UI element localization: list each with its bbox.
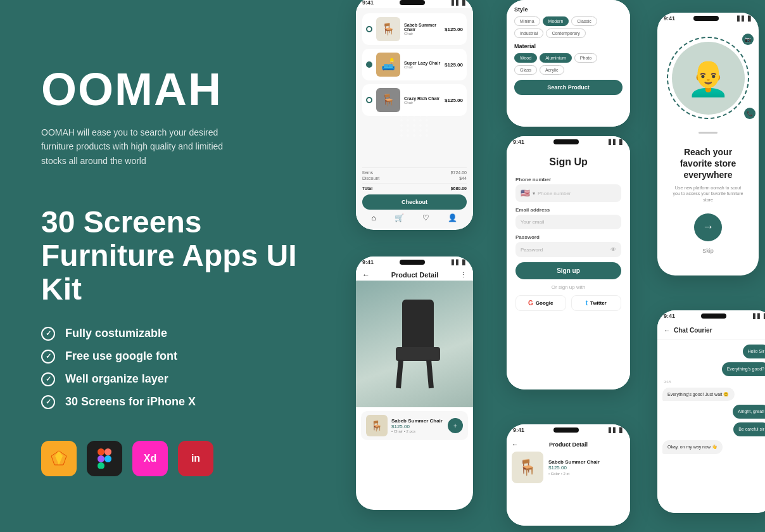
status-icons: ▋▋ ▊: [753, 314, 765, 319]
status-icons: ▋▋ ▊: [737, 16, 752, 22]
message-bubble: Everything's good! Just wait 😊: [662, 388, 735, 402]
product2-tags: • Color • 2 ct: [548, 472, 625, 476]
brand-description: OOMAH will ease you to search your desir…: [41, 125, 244, 168]
product2-title: Product Detail: [549, 441, 588, 448]
product2-name: Sabeb Summer Chair: [548, 459, 625, 465]
cart-radio: [366, 61, 372, 68]
cart-item: 🪑 Sabeb Summer Chair Chair $125.00: [362, 13, 467, 45]
google-icon: G: [528, 300, 533, 307]
password-label: Password: [515, 234, 621, 240]
message-bubble: Be careful sir: [733, 422, 765, 436]
filter-tag-wood[interactable]: Wood: [514, 53, 537, 63]
check-icon: ✓: [41, 327, 55, 341]
message-text: Okay, on my way now 👋: [667, 445, 718, 449]
email-placeholder: Your email: [521, 219, 545, 225]
message-bubble: Everything's good?: [722, 362, 765, 376]
message-text: Be careful sir: [738, 427, 764, 431]
status-icons: ▋▋ ▊: [609, 139, 624, 145]
onboard-next-button[interactable]: →: [694, 213, 722, 241]
svg-rect-3: [104, 448, 111, 455]
product2-info: Sabeb Summer Chair $125.00 • Color • 2 c…: [548, 459, 625, 476]
skip-label[interactable]: Skip: [702, 248, 714, 254]
cart-item-info: Crazy Rich Chair Chair: [404, 96, 445, 104]
filter-tag-glass[interactable]: Glass: [514, 65, 537, 75]
cart-item-name: Crazy Rich Chair: [404, 96, 445, 101]
cart-nav: ⌂ 🛒 ♡ 👤: [362, 210, 467, 224]
items-label: Items: [362, 170, 373, 175]
status-time: 9:41: [362, 259, 374, 265]
password-input[interactable]: Password 👁: [515, 242, 621, 257]
phone-notch: [693, 16, 719, 21]
message-text: Everything's good! Just wait 😊: [667, 392, 730, 396]
phone-placeholder: Phone number: [538, 191, 571, 196]
material-tags: Wood Aluminium Photo Glass Acrylic: [514, 53, 623, 75]
signup-button[interactable]: Sign up: [515, 262, 621, 279]
cart-item-category: Chair: [404, 32, 445, 35]
phone-label: Phone number: [515, 177, 621, 182]
summary-items-row: Items $724.00: [362, 170, 467, 175]
filter-tag-aluminium[interactable]: Aluminium: [540, 53, 572, 63]
nav-heart-icon[interactable]: ♡: [422, 213, 429, 222]
onboard-title: Reach your favorite store everywhere: [664, 146, 752, 181]
checkout-button[interactable]: Checkout: [362, 194, 467, 210]
filter-tag-contemporary[interactable]: Contemporary: [546, 28, 585, 38]
google-button[interactable]: G Google: [515, 295, 566, 311]
cart-item: 🪑 Crazy Rich Chair Chair $125.00: [362, 84, 467, 116]
email-input[interactable]: Your email: [515, 215, 621, 229]
filter-tag-acrylic[interactable]: Acrylic: [540, 65, 564, 75]
chat-topbar: 9:41 ▋▋ ▊: [657, 310, 765, 322]
cart-item-image: 🪑: [376, 88, 400, 112]
status-time: 9:41: [664, 313, 675, 319]
google-label: Google: [536, 300, 553, 306]
filter-tag-classic[interactable]: Classic: [571, 16, 597, 26]
brand-title: OOMAH: [41, 63, 332, 115]
next-arrow-icon: →: [702, 220, 714, 234]
feature-item: ✓ Fully costumizable: [41, 327, 332, 341]
phone-notch: [701, 314, 726, 319]
product-back-icon[interactable]: ←: [362, 270, 370, 279]
left-panel: OOMAH OOMAH will ease you to search your…: [41, 63, 332, 476]
cart-item-category: Chair: [404, 101, 445, 104]
or-text: Or sign up with: [515, 284, 621, 290]
filter-tag-modern[interactable]: Modern: [543, 16, 569, 26]
phone-input[interactable]: 🇺🇸 ▾ Phone number: [515, 184, 621, 202]
check-icon: ✓: [41, 395, 55, 409]
material-label: Material: [514, 43, 623, 49]
twitter-button[interactable]: t Twitter: [571, 295, 622, 311]
chat-title: Chat Courier: [674, 327, 712, 334]
svg-rect-5: [98, 462, 104, 469]
product2-back-icon[interactable]: ←: [512, 441, 518, 448]
check-icon: ✓: [41, 372, 55, 386]
product-topbar: 9:41 ▋▋ ▊: [356, 256, 473, 268]
search-button[interactable]: Search Product: [514, 80, 623, 95]
twitter-icon: t: [586, 300, 588, 307]
filter-tag-minimal[interactable]: Minima: [514, 16, 540, 26]
filter-tag-photo[interactable]: Photo: [574, 53, 597, 63]
product-title: Product Detail: [391, 271, 439, 279]
social-buttons: G Google t Twitter: [515, 295, 621, 311]
message-timestamp: 3:15: [664, 380, 765, 384]
nav-home-icon[interactable]: ⌂: [372, 213, 376, 222]
message-text: Alright, great!: [738, 409, 764, 414]
cart-item: 🛋️ Super Lazy Chair Chair $125.00: [362, 49, 467, 80]
cart-item-name: Super Lazy Chair: [404, 61, 445, 65]
check-icon: ✓: [41, 350, 55, 364]
cart-item-name: Sabeb Summer Chair: [404, 23, 445, 32]
product2-image: 🪑: [512, 452, 543, 483]
svg-rect-4: [98, 455, 104, 462]
cart-radio: [366, 26, 372, 32]
total-value: $680.00: [451, 186, 467, 191]
chat-back-icon[interactable]: ←: [664, 327, 670, 334]
cart-item-info: Sabeb Summer Chair Chair: [404, 23, 445, 35]
status-time: 9:41: [513, 427, 524, 433]
phone-notch: [400, 0, 425, 5]
phone-notch: [553, 428, 579, 433]
eye-icon[interactable]: 👁: [610, 246, 616, 253]
chat-messages: Hello Sir Everything's good? 3:15 Everyt…: [657, 339, 765, 513]
product-more-icon[interactable]: ⋮: [460, 271, 467, 279]
nav-profile-icon[interactable]: 👤: [448, 213, 457, 222]
filter-tag-industrial[interactable]: Industrial: [514, 28, 543, 38]
sketch-icon: [41, 441, 77, 476]
add-to-cart-icon[interactable]: +: [448, 418, 463, 433]
nav-cart-icon[interactable]: 🛒: [395, 213, 404, 222]
